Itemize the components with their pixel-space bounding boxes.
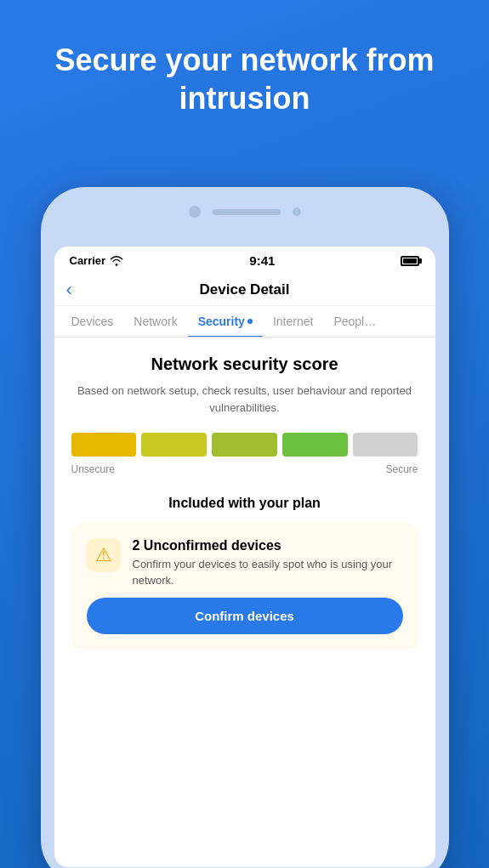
card-heading: 2 Unconfirmed devices	[133, 538, 403, 553]
tab-people[interactable]: Peopl…	[323, 306, 386, 337]
card-top: ⚠ 2 Unconfirmed devices Confirm your dev…	[87, 538, 403, 589]
score-segment-5	[353, 433, 418, 457]
security-section-desc: Based on network setup, check results, u…	[71, 383, 418, 416]
tab-bar: Devices Network Security Internet Peopl…	[54, 306, 435, 338]
status-left: Carrier	[70, 254, 124, 267]
status-bar: Carrier 9:41	[54, 247, 435, 275]
status-right	[401, 256, 419, 266]
battery-fill	[403, 258, 417, 264]
confirm-devices-button[interactable]: Confirm devices	[87, 598, 403, 634]
phone-top-decorations	[189, 206, 301, 218]
score-segment-1	[71, 433, 137, 457]
score-segment-4	[282, 433, 348, 457]
phone-screen: Carrier 9:41 ‹ Device Detail Devices	[54, 247, 435, 867]
warning-icon: ⚠	[95, 544, 112, 566]
wifi-icon	[110, 255, 123, 266]
screen-content: Network security score Based on network …	[54, 338, 435, 865]
score-bar	[71, 433, 418, 457]
phone-dot	[293, 207, 301, 216]
score-label-unsecure: Unsecure	[71, 463, 115, 475]
phone-shell: Carrier 9:41 ‹ Device Detail Devices	[41, 187, 449, 868]
tab-internet[interactable]: Internet	[263, 306, 323, 337]
status-time: 9:41	[249, 253, 275, 268]
score-segment-3	[212, 433, 277, 457]
nav-title: Device Detail	[200, 281, 290, 298]
phone-camera	[189, 206, 201, 218]
battery-icon	[401, 256, 419, 266]
score-label-secure: Secure	[385, 463, 418, 475]
plan-section-title: Included with your plan	[71, 496, 418, 511]
tab-network[interactable]: Network	[123, 306, 187, 337]
card-description: Confirm your devices to easily spot who …	[133, 557, 403, 589]
tab-security[interactable]: Security	[188, 306, 263, 337]
tab-active-dot	[247, 319, 253, 324]
tab-devices[interactable]: Devices	[61, 306, 124, 337]
score-labels: Unsecure Secure	[71, 463, 418, 475]
back-button[interactable]: ‹	[66, 279, 72, 301]
score-segment-2	[141, 433, 207, 457]
nav-header: ‹ Device Detail	[54, 275, 435, 306]
card-icon-wrap: ⚠	[87, 538, 121, 572]
card-text: 2 Unconfirmed devices Confirm your devic…	[133, 538, 403, 589]
unconfirmed-devices-card: ⚠ 2 Unconfirmed devices Confirm your dev…	[71, 523, 418, 650]
hero-title: Secure your network from intrusion	[0, 41, 489, 117]
security-section-title: Network security score	[71, 355, 418, 374]
carrier-label: Carrier	[70, 254, 106, 267]
phone-speaker	[213, 209, 281, 215]
